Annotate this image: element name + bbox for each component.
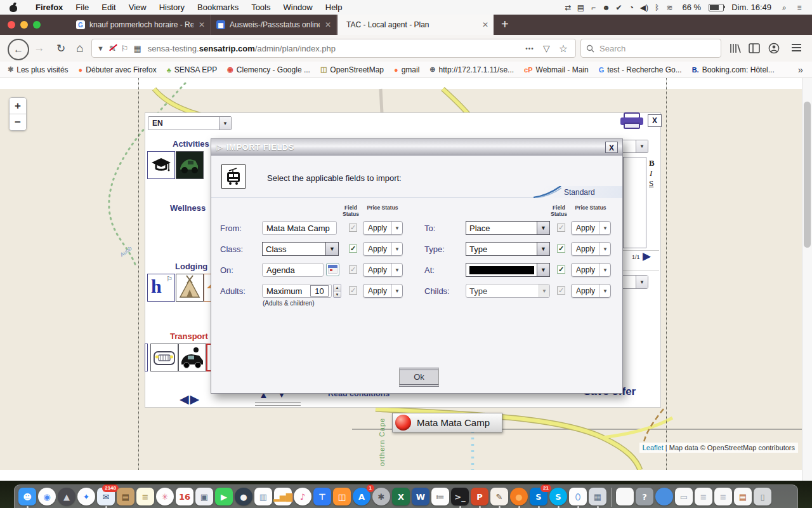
wifi-icon[interactable]: ≋ [663,3,676,12]
transport-carousel-edge-icon[interactable] [145,344,148,371]
from-field-status-checkbox[interactable]: ✓ [349,224,357,232]
site-identity-icon[interactable]: ▦ [133,44,141,53]
pocket-icon[interactable]: ▽ [543,43,550,53]
calendar[interactable]: 16 [176,488,193,505]
minimized-window[interactable]: ≡ [695,488,712,505]
missing-app-question[interactable]: ? [636,488,653,505]
sidebars-icon[interactable] [749,43,760,53]
spinner-up-icon[interactable]: ▲ [334,284,341,291]
word[interactable]: W [412,488,429,505]
adults-price-status-select[interactable]: Apply▼ [363,284,403,298]
itunes[interactable]: ♪ [294,488,311,505]
menu-bookmarks[interactable]: Bookmarks [191,3,245,12]
printer-utility[interactable]: ▣ [195,488,213,505]
minimized-window[interactable]: ▭ [675,488,693,505]
mail[interactable]: ✉ 2148 [97,488,115,505]
menu-history[interactable]: History [153,3,191,12]
childs-select-disabled[interactable]: Type▼ [466,284,550,298]
window-close-button[interactable] [8,21,15,29]
tab-ausweis[interactable]: ▦ Ausweis-/Passstatus online - S ✕ [211,15,337,35]
tab-knauf[interactable]: G knauf pommerloch horaire - Re ✕ [71,15,211,35]
appstore[interactable]: A 1 [353,488,370,505]
menu-view[interactable]: View [122,3,153,12]
offer-notes-textarea[interactable] [623,157,646,248]
facetime[interactable]: ▶ [215,488,233,505]
class-field-status-checkbox[interactable]: ✓ [349,244,357,253]
adults-number-input[interactable]: 10 [310,285,329,297]
numbers-chart[interactable]: ▂▅▇ [274,488,292,505]
volume-icon[interactable]: ◀) [638,3,650,12]
bookmark-booking[interactable]: B. Booking.com: Hôtel... [692,65,775,74]
new-tab-button[interactable]: + [501,17,509,32]
skype[interactable]: S [549,488,567,505]
format-underline-button[interactable]: S [649,178,653,188]
bookmark-intranet[interactable]: ⊕ http://172.17.1.11/se... [429,65,514,74]
spotlight-search-icon[interactable]: ⌕ [778,3,790,12]
menu-clock[interactable]: Dim. 16:49 [728,3,775,12]
leaflet-link[interactable]: Leaflet [643,444,664,451]
bookmark-test-recherche[interactable]: G test - Recherche Go... [599,65,682,74]
displays-icon[interactable]: ▤ [574,3,587,12]
shield-check-icon[interactable]: ✔ [612,3,625,12]
sidebar-prev-next-arrows[interactable]: ◀▶ [180,392,200,406]
reminders[interactable]: ≔ [431,488,449,505]
window-zoom-button[interactable] [33,21,41,29]
bookmark-les-plus-visites[interactable]: ✱ Les plus visités [8,65,69,74]
menu-help[interactable]: Help [319,3,349,12]
print-icon[interactable] [619,112,646,130]
tab-close-icon[interactable]: ✕ [482,20,488,29]
excel[interactable]: X [392,488,410,505]
home-button[interactable]: ⌂ [71,39,89,57]
format-bold-button[interactable]: B [649,158,655,168]
reload-button[interactable]: ↻ [52,39,70,57]
adults-spinner[interactable]: ▲▼ [333,284,341,298]
zoom-in-button[interactable]: + [10,98,26,114]
minimized-window[interactable]: ≡ [714,488,732,505]
bookmark-debuter-firefox[interactable]: ● Débuter avec Firefox [79,65,157,74]
face-icon[interactable]: ☻ [599,3,612,12]
from-price-status-select[interactable]: Apply▼ [363,221,403,235]
adults-field-status-checkbox[interactable]: ✓ [349,286,357,295]
shield-icon[interactable]: ▼ [97,44,104,52]
launchpad[interactable]: ▲ [58,488,75,505]
screen-corners-icon[interactable]: ⌐ [587,3,599,12]
panel-close-button[interactable]: X [648,114,662,127]
map-marker-mata-mata-camp[interactable]: Mata Mata Camp [392,413,502,432]
account-icon[interactable] [768,43,780,54]
url-text[interactable]: sensa-testing.sensatrip.com/admin/plan/i… [148,44,336,53]
to-price-status-select[interactable]: Apply▼ [571,221,611,235]
bluetooth-icon[interactable]: ᛒ [650,3,663,12]
tab-close-icon[interactable]: ✕ [199,20,205,29]
blocked-pencil-icon[interactable]: ✎ [109,44,116,53]
dialog-close-button[interactable]: X [605,142,618,153]
lodging-teepee-icon[interactable] [176,274,204,302]
preview[interactable]: ▥ [254,488,272,505]
search-bar[interactable]: Search [580,39,721,58]
menu-edit[interactable]: Edit [95,3,122,12]
photos[interactable]: ✳ [156,488,174,505]
page-scrollbar[interactable] [802,78,812,481]
powerpoint[interactable]: P [471,488,488,505]
notification-center-icon[interactable]: ≡ [793,3,806,12]
class-select[interactable]: Class▼ [262,242,339,256]
trash[interactable]: ▯ [754,488,771,505]
next-page-arrow[interactable]: ▶ [643,250,651,263]
gimp[interactable]: ✎ [490,488,508,505]
childs-price-status-select[interactable]: Apply▼ [571,284,611,298]
menu-file[interactable]: File [69,3,95,12]
image-viewer[interactable]: ▦ [589,488,606,505]
ok-button[interactable]: Ok [399,368,439,387]
globe-app[interactable] [655,488,673,505]
bookmark-openstreetmap[interactable]: ◫ OpenStreetMap [320,65,384,74]
menu-window[interactable]: Window [277,3,319,12]
activity-graduation-icon[interactable] [147,151,175,179]
at-field-status-checkbox[interactable]: ✓ [557,265,565,274]
url-bar[interactable]: ▼ ✎ ⚐ ▦ sensa-testing.sensatrip.com/admi… [91,39,576,58]
bookmark-clemency-google[interactable]: ◉ Clemency - Google ... [227,65,310,74]
menu-tools[interactable]: Tools [245,3,277,12]
skype-business[interactable]: S 21 [530,488,547,505]
bookmark-sensa-epp[interactable]: ♣ SENSA EPP [167,65,218,74]
library-icon[interactable] [730,43,741,53]
oval-app[interactable]: ⬯ [569,488,587,505]
finder[interactable]: ☻ [18,488,36,505]
